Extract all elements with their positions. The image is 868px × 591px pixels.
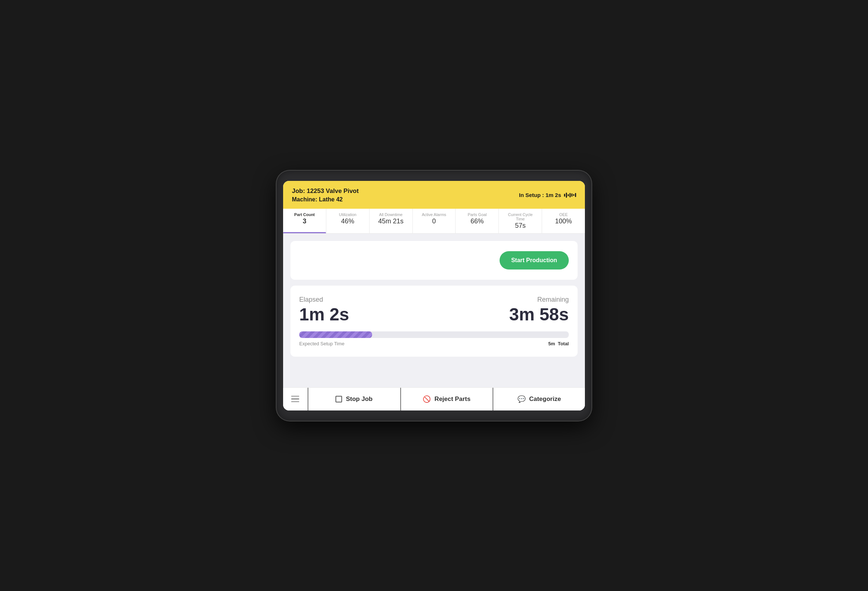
timer-card: Elapsed 1m 2s Remaining 3m 58s Expected … [291, 286, 577, 357]
start-production-card: Start Production [291, 241, 577, 280]
progress-fill [299, 332, 372, 338]
main-content: Start Production Elapsed 1m 2s Remaining… [283, 234, 585, 388]
bottom-bar: Stop Job 🚫 Reject Parts 💬 Categorize [283, 388, 585, 410]
elapsed-block: Elapsed 1m 2s [299, 296, 349, 324]
total-value: 5m [548, 341, 555, 346]
progress-track [299, 332, 569, 338]
stats-bar: Part Count 3 Utilization 46% All Downtim… [283, 209, 585, 234]
remaining-label: Remaining [509, 296, 569, 304]
timer-row: Elapsed 1m 2s Remaining 3m 58s [299, 296, 569, 324]
tablet-screen: Job: 12253 Valve Pivot Machine: Lathe 42… [283, 181, 585, 410]
elapsed-label: Elapsed [299, 296, 349, 304]
tablet-frame: Job: 12253 Valve Pivot Machine: Lathe 42… [276, 171, 592, 421]
progress-container: Expected Setup Time 5m Total [299, 332, 569, 346]
menu-button[interactable] [283, 388, 308, 410]
job-title: Job: 12253 Valve Pivot [292, 187, 359, 195]
elapsed-value: 1m 2s [299, 305, 349, 324]
remaining-value: 3m 58s [509, 305, 569, 324]
status-text: In Setup : 1m 2s [519, 192, 561, 198]
total-label-text: Total [558, 341, 569, 346]
stat-item-all-downtime[interactable]: All Downtime 45m 21s [369, 209, 413, 233]
header-left: Job: 12253 Valve Pivot Machine: Lathe 42 [292, 187, 359, 203]
reject-parts-button[interactable]: 🚫 Reject Parts [400, 388, 493, 410]
stop-icon [335, 396, 342, 402]
stat-item-oee[interactable]: OEE 100% [542, 209, 585, 233]
stop-job-button[interactable]: Stop Job [308, 388, 400, 410]
reject-parts-label: Reject Parts [434, 395, 470, 403]
machine-title: Machine: Lathe 42 [292, 196, 359, 203]
remaining-block: Remaining 3m 58s [509, 296, 569, 324]
stat-item-utilization[interactable]: Utilization 46% [326, 209, 369, 233]
stat-item-current-cycle-time[interactable]: Current Cycle Time 57s [499, 209, 542, 233]
stop-job-label: Stop Job [346, 395, 372, 403]
expected-setup-label: Expected Setup Time [299, 341, 345, 346]
reject-icon: 🚫 [423, 395, 431, 403]
total-label: 5m Total [548, 341, 569, 346]
stat-item-active-alarms[interactable]: Active Alarms 0 [413, 209, 456, 233]
start-production-button[interactable]: Start Production [500, 251, 569, 270]
stat-item-parts-goal[interactable]: Parts Goal 66% [456, 209, 499, 233]
categorize-button[interactable]: 💬 Categorize [493, 388, 585, 410]
progress-labels: Expected Setup Time 5m Total [299, 341, 569, 346]
categorize-label: Categorize [529, 395, 561, 403]
waveform-icon [564, 193, 576, 198]
header: Job: 12253 Valve Pivot Machine: Lathe 42… [283, 181, 585, 209]
header-status: In Setup : 1m 2s [519, 192, 576, 198]
stat-item-part-count[interactable]: Part Count 3 [283, 209, 326, 233]
categorize-icon: 💬 [518, 395, 526, 403]
hamburger-icon [291, 396, 299, 402]
